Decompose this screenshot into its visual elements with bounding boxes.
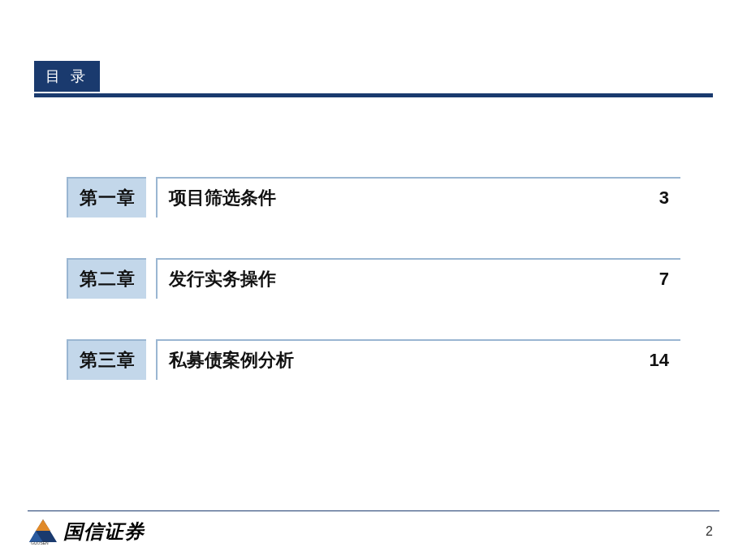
chapter-title-cell: 私募债案例分析 14 [156, 339, 680, 380]
chapter-badge: 第三章 [67, 339, 146, 380]
svg-text:GUOSEN: GUOSEN [31, 541, 49, 545]
company-name: 国信证券 [63, 519, 145, 545]
chapter-badge: 第二章 [67, 258, 146, 299]
title-underline [34, 93, 713, 97]
slide-footer: GUOSEN 国信证券 2 [28, 510, 719, 545]
toc-row: 第三章 私募债案例分析 14 [67, 339, 680, 380]
chapter-badge: 第一章 [67, 177, 146, 218]
chapter-page: 3 [659, 187, 669, 209]
chapter-title: 私募债案例分析 [169, 348, 294, 373]
slide-header: 目 录 [34, 61, 713, 97]
toc-row: 第一章 项目筛选条件 3 [67, 177, 680, 218]
chapter-page: 14 [650, 350, 669, 371]
slide-title: 目 录 [34, 61, 100, 92]
slide-number: 2 [706, 524, 713, 539]
chapter-title-cell: 项目筛选条件 3 [156, 177, 680, 218]
table-of-contents: 第一章 项目筛选条件 3 第二章 发行实务操作 7 第三章 私募债案例分析 14 [67, 177, 680, 420]
logo-icon: GUOSEN [28, 518, 58, 545]
svg-marker-1 [36, 519, 50, 531]
chapter-title: 发行实务操作 [169, 267, 276, 291]
chapter-title-cell: 发行实务操作 7 [156, 258, 680, 299]
chapter-title: 项目筛选条件 [169, 186, 276, 210]
company-logo: GUOSEN 国信证券 [28, 518, 145, 545]
toc-row: 第二章 发行实务操作 7 [67, 258, 680, 299]
chapter-page: 7 [659, 269, 669, 290]
